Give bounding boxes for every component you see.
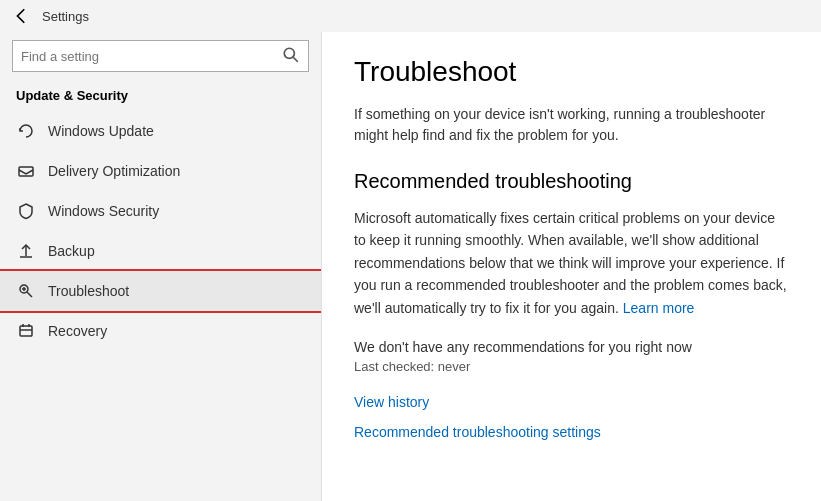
back-button[interactable] xyxy=(12,6,32,26)
backup-icon xyxy=(16,241,36,261)
sidebar: Update & Security Windows Update Deliver… xyxy=(0,32,322,501)
svg-line-6 xyxy=(27,292,32,297)
troubleshoot-icon xyxy=(16,281,36,301)
sidebar-item-label-troubleshoot: Troubleshoot xyxy=(48,283,129,299)
page-description: If something on your device isn't workin… xyxy=(354,104,789,146)
sidebar-item-label-security: Windows Security xyxy=(48,203,159,219)
search-input[interactable] xyxy=(21,49,276,64)
search-box[interactable] xyxy=(12,40,309,72)
sidebar-item-troubleshoot[interactable]: Troubleshoot xyxy=(0,271,321,311)
svg-line-1 xyxy=(293,57,298,62)
svg-rect-9 xyxy=(20,326,32,336)
main-layout: Update & Security Windows Update Deliver… xyxy=(0,32,821,501)
sidebar-item-label-recovery: Recovery xyxy=(48,323,107,339)
recommended-settings-link[interactable]: Recommended troubleshooting settings xyxy=(354,424,789,440)
recommended-section-title: Recommended troubleshooting xyxy=(354,170,789,193)
title-bar: Settings xyxy=(0,0,821,32)
sidebar-item-delivery-optimization[interactable]: Delivery Optimization xyxy=(0,151,321,191)
recovery-icon xyxy=(16,321,36,341)
last-checked-text: Last checked: never xyxy=(354,359,789,374)
no-recommendations-text: We don't have any recommendations for yo… xyxy=(354,339,789,355)
sidebar-item-label-windows-update: Windows Update xyxy=(48,123,154,139)
delivery-icon xyxy=(16,161,36,181)
learn-more-link[interactable]: Learn more xyxy=(623,300,695,316)
view-history-link[interactable]: View history xyxy=(354,394,789,410)
content-area: Troubleshoot If something on your device… xyxy=(322,32,821,501)
sidebar-section-heading: Update & Security xyxy=(0,84,321,111)
sidebar-item-label-backup: Backup xyxy=(48,243,95,259)
sidebar-item-label-delivery: Delivery Optimization xyxy=(48,163,180,179)
recommended-body: Microsoft automatically fixes certain cr… xyxy=(354,207,789,319)
security-icon xyxy=(16,201,36,221)
page-title: Troubleshoot xyxy=(354,56,789,88)
svg-point-0 xyxy=(284,48,294,58)
sidebar-item-windows-update[interactable]: Windows Update xyxy=(0,111,321,151)
search-icon xyxy=(282,46,300,67)
sidebar-item-windows-security[interactable]: Windows Security xyxy=(0,191,321,231)
update-icon xyxy=(16,121,36,141)
title-bar-text: Settings xyxy=(42,9,89,24)
sidebar-item-recovery[interactable]: Recovery xyxy=(0,311,321,351)
sidebar-item-backup[interactable]: Backup xyxy=(0,231,321,271)
